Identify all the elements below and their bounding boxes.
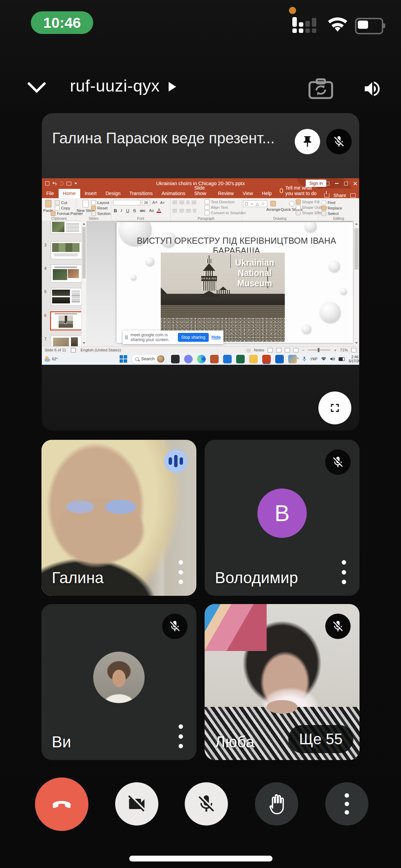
reading-view-icon bbox=[285, 348, 290, 352]
switch-camera-button[interactable] bbox=[306, 77, 335, 100]
participant-name: Галина bbox=[52, 568, 104, 587]
slide-thumb-6-selected bbox=[50, 311, 82, 330]
ppt-status-bar: Slide 6 of 11 English (United States) No… bbox=[42, 346, 359, 353]
tray-wifi-icon bbox=[321, 357, 326, 361]
pin-button[interactable] bbox=[295, 129, 320, 154]
muted-indicator bbox=[325, 614, 351, 639]
home-indicator[interactable] bbox=[129, 856, 272, 861]
weather-icon bbox=[45, 356, 51, 362]
participant-options-button[interactable] bbox=[336, 560, 351, 584]
ppt-tab-help: Help bbox=[257, 189, 276, 198]
ribbon-group-font: 36 A˄A˅ B I U S abc Aa A Font bbox=[111, 198, 171, 221]
ukraine-tower: UKRAINE bbox=[198, 255, 220, 297]
ribbon-group-paragraph: Text Direction Align Text Convert to Sma… bbox=[170, 198, 242, 221]
notes-icon bbox=[246, 348, 251, 352]
fullscreen-button[interactable] bbox=[318, 391, 351, 424]
mic-off-icon bbox=[331, 620, 344, 633]
participant-tile-you[interactable]: Ви bbox=[41, 604, 196, 760]
ppt-tab-file: File bbox=[42, 189, 59, 198]
raise-hand-button[interactable] bbox=[255, 782, 298, 825]
meeting-code-button[interactable]: ruf-uuzi-qyx bbox=[70, 76, 176, 95]
ppt-tell-me: Tell me what you want to do bbox=[276, 183, 324, 198]
more-options-button[interactable] bbox=[325, 782, 368, 825]
cursor-icon bbox=[64, 320, 68, 325]
ppt-share-area: Share bbox=[324, 193, 359, 198]
screenshare-tile[interactable]: Галина Парасюк веде презент... Ukrainian… bbox=[42, 113, 359, 431]
camera-off-icon bbox=[126, 794, 147, 814]
thumbnail-scrollbar bbox=[81, 221, 86, 346]
slide-position: Slide 6 of 11 bbox=[45, 348, 66, 352]
mic-in-use-dot bbox=[289, 7, 296, 14]
participant-tile-volodymyr[interactable]: В Володимир bbox=[205, 440, 360, 596]
participant-options-button[interactable] bbox=[173, 560, 188, 584]
muted-indicator bbox=[325, 449, 351, 475]
slide-canvas: ВИСТУП ОРКЕСТРУ ПІД КЕРІВНИЦТВОМ ІВАНА Б… bbox=[86, 221, 359, 346]
mic-toggle-button[interactable] bbox=[185, 782, 228, 825]
slide-thumbnail-panel: 3 4 5 bbox=[42, 221, 86, 346]
ppt-tab-animations: Animations bbox=[157, 189, 190, 198]
lightbulb-icon bbox=[280, 188, 283, 193]
ribbon-group-drawing: ◻ ○ △ ☆ Arrange Quick Styles Shape Fill … bbox=[242, 198, 318, 221]
ppt-share-label: Share bbox=[333, 193, 346, 198]
maximize-icon bbox=[344, 182, 348, 185]
presenter-muted-indicator bbox=[326, 129, 352, 154]
ppt-tab-design: Design bbox=[101, 189, 125, 198]
outlook-icon bbox=[275, 355, 284, 363]
slide-thumb-3 bbox=[51, 241, 82, 259]
keyboard-language: УКР bbox=[310, 357, 317, 361]
system-tray: ^ УКР 2:46 AM 5/17/2024 PRE bbox=[297, 355, 359, 363]
participant-name: Ви bbox=[52, 733, 71, 751]
ribbon-group-clipboard: Paste Cut Copy Format Painter Clipboard bbox=[42, 198, 76, 221]
undo-icon bbox=[52, 182, 57, 185]
wifi-icon bbox=[326, 16, 349, 34]
slide-thumb-7-partial bbox=[51, 335, 82, 347]
participant-tile-liuba[interactable]: Люба Ще 55 bbox=[205, 604, 360, 760]
ribbon-display-icon bbox=[325, 182, 329, 185]
camera-toggle-button[interactable] bbox=[115, 782, 158, 825]
slide-photo: UKRAINE Ukrainian National Museum bbox=[161, 253, 285, 342]
slide-thumb-2-partial bbox=[51, 221, 82, 234]
taskbar-app-icons bbox=[171, 355, 297, 363]
ppt-ribbon-tabs: File Home Insert Design Transitions Anim… bbox=[42, 189, 359, 198]
audio-speaking-indicator bbox=[164, 449, 187, 473]
end-call-button[interactable] bbox=[35, 777, 88, 831]
mic-off-icon bbox=[168, 620, 181, 633]
more-vertical-icon bbox=[344, 793, 350, 815]
participant-tile-halyna[interactable]: Галина bbox=[41, 440, 196, 596]
store-app-icon bbox=[210, 355, 219, 363]
notebook-app-icon bbox=[171, 355, 180, 363]
ppt-body: 3 4 5 bbox=[42, 221, 359, 346]
zoom-slider bbox=[308, 350, 330, 350]
slide-sorter-icon bbox=[276, 348, 281, 352]
wall-painting bbox=[205, 604, 267, 651]
search-label: Search bbox=[141, 357, 155, 361]
participant-name: Люба bbox=[215, 733, 255, 751]
start-slideshow-icon bbox=[66, 182, 71, 185]
avatar-photo bbox=[93, 652, 145, 703]
tray-speaker-icon bbox=[330, 357, 335, 361]
participant-options-button[interactable] bbox=[173, 724, 188, 748]
slide-thumb-4 bbox=[51, 265, 82, 282]
ppt-tab-review: Review bbox=[214, 189, 238, 198]
more-participants-badge[interactable]: Ще 55 bbox=[288, 725, 353, 753]
excel-icon bbox=[236, 355, 245, 363]
tray-time: 2:46 AM bbox=[349, 355, 359, 359]
participant-name: Володимир bbox=[215, 568, 298, 587]
shared-screen-powerpoint: Ukrainian choirs in Chicago 20-30's.pptx… bbox=[42, 178, 359, 365]
ppt-tab-view: View bbox=[238, 189, 257, 198]
close-icon bbox=[353, 182, 357, 185]
collapse-call-chevron-down-icon[interactable] bbox=[26, 78, 47, 96]
zoom-out: − bbox=[302, 348, 305, 353]
powerpoint-icon bbox=[262, 355, 271, 363]
zoom-in: + bbox=[334, 348, 337, 353]
thumb-number-selected: 6 bbox=[44, 313, 47, 318]
folder-icon bbox=[249, 355, 258, 363]
slide-thumb-5 bbox=[51, 288, 82, 306]
status-time-pill[interactable]: 10:46 bbox=[31, 11, 93, 34]
ppt-tab-insert: Insert bbox=[80, 189, 101, 198]
ppt-window-buttons bbox=[325, 178, 357, 189]
call-end-icon bbox=[49, 791, 75, 817]
thumb-number: 3 bbox=[44, 243, 47, 248]
audio-output-button[interactable] bbox=[358, 77, 387, 100]
sharing-message: meet.google.com is sharing your screen. bbox=[131, 333, 175, 342]
